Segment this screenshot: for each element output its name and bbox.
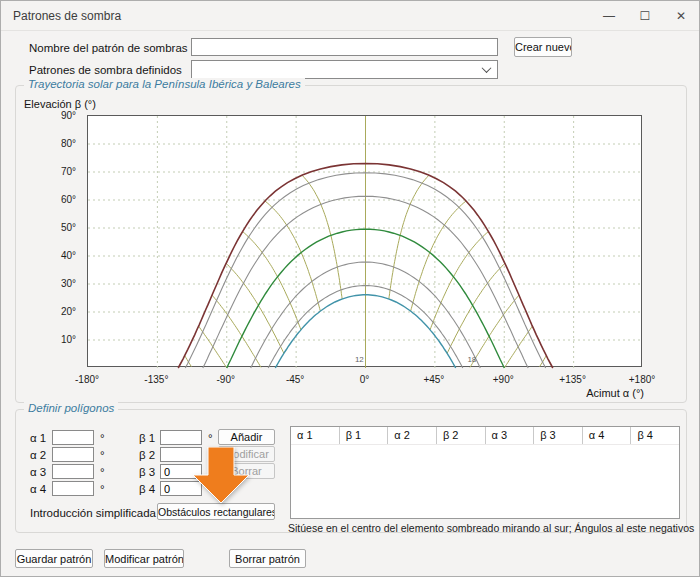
y-tick-label: 10° (61, 334, 76, 345)
annotation-arrow-down-icon (191, 447, 251, 505)
alpha-3-degree: ° (100, 466, 105, 478)
beta-2-label: β 2 (139, 449, 155, 461)
col-header-a1: α 1 (291, 427, 340, 444)
y-axis-title: Elevación β (°) (24, 98, 96, 110)
col-header-b2: β 2 (437, 427, 486, 444)
x-tick-label: +45° (423, 374, 444, 385)
y-tick-label: 50° (61, 222, 76, 233)
table-note: Sitúese en el centro del elemento sombre… (288, 522, 684, 534)
col-header-b3: β 3 (534, 427, 583, 444)
beta-1-input[interactable] (160, 430, 202, 445)
alpha-2-input[interactable] (52, 447, 94, 462)
col-header-a4: α 4 (583, 427, 632, 444)
pattern-name-label: Nombre del patrón de sombras (29, 42, 188, 54)
alpha-2-degree: ° (100, 449, 105, 461)
col-header-a3: α 3 (486, 427, 535, 444)
minimize-icon[interactable]: — (591, 1, 627, 30)
alpha-3-input[interactable] (52, 464, 94, 479)
alpha-4-input[interactable] (52, 481, 94, 496)
alpha-1-degree: ° (100, 432, 105, 444)
y-tick-label: 70° (61, 166, 76, 177)
x-tick-label: -90° (217, 374, 235, 385)
x-tick-label: +180° (629, 374, 656, 385)
y-tick-label: 80° (61, 138, 76, 149)
polygon-table-header: α 1 β 1 α 2 β 2 α 3 β 3 α 4 β 4 (291, 427, 679, 445)
col-header-b4: β 4 (631, 427, 679, 444)
beta-1-label: β 1 (139, 432, 155, 444)
alpha-2-label: α 2 (30, 449, 46, 461)
x-tick-label: -135° (144, 374, 168, 385)
col-header-a2: α 2 (388, 427, 437, 444)
x-tick-label: -45° (286, 374, 304, 385)
y-tick-label: 20° (61, 306, 76, 317)
defined-patterns-select[interactable] (191, 60, 498, 79)
window-titlebar: Patrones de sombra — ☐ ✕ (1, 1, 699, 31)
x-tick-label: +90° (493, 374, 514, 385)
pattern-name-input[interactable] (191, 38, 498, 56)
x-tick-label: 0° (360, 374, 370, 385)
patrones-de-sombra-window: Patrones de sombra — ☐ ✕ Nombre del patr… (0, 0, 700, 577)
beta-1-degree: ° (208, 432, 213, 444)
x-tick-labels: -180°-135°-90°-45°0°+45°+90°+135°+180° (87, 372, 642, 386)
hour-lines (185, 116, 547, 368)
simplified-entry-label: Introducción simplificada (30, 507, 156, 519)
rectangular-obstacles-button[interactable]: Obstáculos rectangulares (157, 503, 275, 520)
defined-patterns-label: Patrones de sombra definidos (29, 64, 182, 76)
chevron-down-icon (482, 63, 492, 73)
close-icon[interactable]: ✕ (663, 1, 699, 30)
polygon-table: α 1 β 1 α 2 β 2 α 3 β 3 α 4 β 4 (290, 426, 680, 519)
alpha-1-input[interactable] (52, 430, 94, 445)
create-new-button[interactable]: Crear nuevo (514, 37, 572, 57)
svg-text:18: 18 (467, 355, 476, 364)
col-header-b1: β 1 (340, 427, 389, 444)
y-tick-label: 60° (61, 194, 76, 205)
window-controls: — ☐ ✕ (591, 1, 699, 30)
alpha-4-degree: ° (100, 483, 105, 495)
x-tick-label: +135° (559, 374, 586, 385)
y-tick-label: 30° (61, 278, 76, 289)
sun-path-group-title: Trayectoria solar para la Península Ibér… (24, 78, 305, 90)
polygon-table-body[interactable] (291, 445, 679, 518)
x-tick-label: -180° (75, 374, 99, 385)
window-title: Patrones de sombra (1, 9, 121, 23)
define-polygons-group: Definir polígonos α 1 ° β 1 ° Añadir α 2… (15, 409, 687, 533)
alpha-3-label: α 3 (30, 466, 46, 478)
y-tick-labels: 90°80°70°60°50°40°30°20°10° (16, 115, 82, 367)
alpha-4-label: α 4 (30, 483, 46, 495)
save-pattern-button[interactable]: Guardar patrón (15, 549, 93, 568)
beta-4-label: β 4 (139, 483, 155, 495)
add-button[interactable]: Añadir (218, 429, 275, 445)
modify-pattern-button[interactable]: Modificar patrón (104, 549, 184, 568)
sun-path-group: Trayectoria solar para la Península Ibér… (15, 85, 687, 403)
define-polygons-group-title: Definir polígonos (24, 402, 118, 414)
x-axis-title: Acimut α (°) (586, 387, 644, 399)
delete-pattern-button[interactable]: Borrar patrón (229, 549, 306, 568)
maximize-icon[interactable]: ☐ (627, 1, 663, 30)
y-tick-label: 90° (61, 110, 76, 121)
sun-path-chart: 1218 (87, 115, 642, 367)
y-tick-label: 40° (61, 250, 76, 261)
svg-text:12: 12 (355, 355, 364, 364)
beta-3-label: β 3 (139, 466, 155, 478)
alpha-1-label: α 1 (30, 432, 46, 444)
